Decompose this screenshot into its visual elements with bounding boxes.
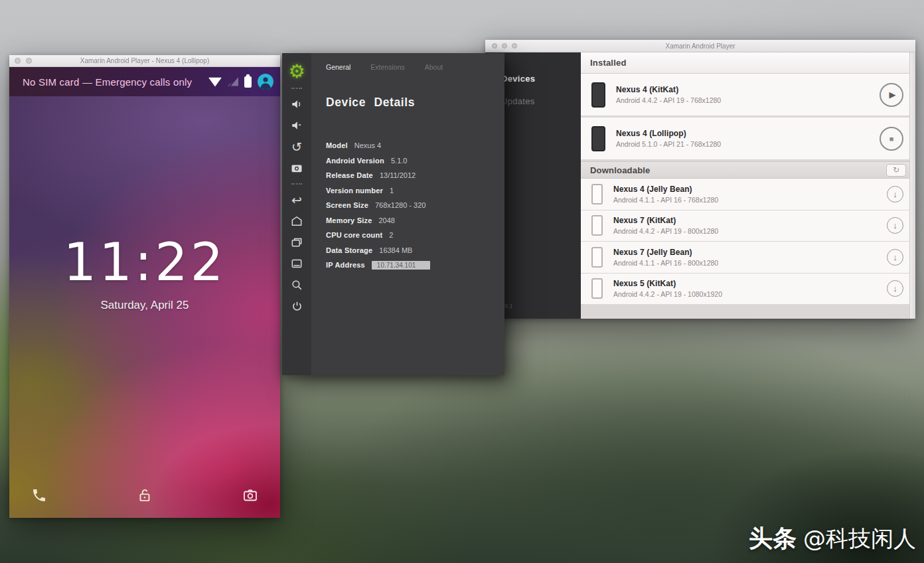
download-button[interactable]: ↓ xyxy=(887,217,903,234)
clock-time: 11:22 xyxy=(9,236,280,288)
downloadable-device-row[interactable]: Nexus 4 (Jelly Bean) Android 4.1.1 - API… xyxy=(581,179,915,210)
installed-device-row[interactable]: Nexus 4 (KitKat) Android 4.4.2 - API 19 … xyxy=(581,74,915,116)
rail-divider xyxy=(291,183,302,185)
field-label: IP Address xyxy=(326,261,365,269)
action-icon: ■ xyxy=(889,135,894,143)
unlock-icon[interactable] xyxy=(136,487,153,504)
downloadable-header-label: Downloadable xyxy=(590,165,651,175)
device-name: Nexus 4 (KitKat) xyxy=(616,85,721,94)
volume-down-button[interactable] xyxy=(288,117,305,134)
user-avatar-icon[interactable] xyxy=(258,74,273,90)
device-settings-panel: ⚙ ↺ ↩ xyxy=(282,53,504,375)
field-value: 2048 xyxy=(378,216,394,224)
detail-field-row: Model Nexus 4 xyxy=(326,138,495,153)
no-signal-icon xyxy=(228,78,238,86)
settings-tab[interactable]: General xyxy=(326,63,350,71)
field-label: Release Date xyxy=(326,171,373,179)
field-label: CPU core count xyxy=(326,231,382,239)
manager-window: Xamarin Android Player Devices Updates 0… xyxy=(485,40,915,319)
field-label: Model xyxy=(326,141,348,149)
rail-divider xyxy=(291,88,302,89)
device-action-button[interactable]: ▶ xyxy=(880,83,903,107)
detail-field-row: Version number 1 xyxy=(326,183,495,199)
emulator-window: Xamarin Android Player - Nexus 4 (Lollip… xyxy=(9,55,280,518)
desktop: Xamarin Android Player Devices Updates 0… xyxy=(0,0,924,563)
installed-section-header: Installed xyxy=(581,52,915,74)
detail-field-row: Data Storage 16384 MB xyxy=(326,243,495,258)
detail-field-row: CPU core count 2 xyxy=(326,228,495,243)
clock-date: Saturday, April 25 xyxy=(9,299,280,312)
rotate-screen-button[interactable]: ↺ xyxy=(288,138,305,155)
manager-window-title: Xamarin Android Player xyxy=(485,42,915,50)
emulator-titlebar: Xamarin Android Player - Nexus 4 (Lollip… xyxy=(9,55,280,67)
emulator-window-title: Xamarin Android Player - Nexus 4 (Lollip… xyxy=(9,57,280,64)
battery-icon xyxy=(244,76,252,88)
camera-shortcut-icon[interactable] xyxy=(242,487,259,504)
watermark-brand: 头条 xyxy=(749,523,797,555)
downloadable-device-row[interactable]: Nexus 5 (KitKat) Android 4.4.2 - API 19 … xyxy=(581,274,915,305)
field-value: Nexus 4 xyxy=(354,141,381,149)
sidebar-nav-item[interactable]: Devices xyxy=(501,74,581,84)
recent-apps-button[interactable] xyxy=(288,234,305,251)
phone-icon xyxy=(591,126,605,151)
wifi-icon xyxy=(208,77,222,87)
download-button[interactable]: ↓ xyxy=(887,186,903,202)
field-label: Version number xyxy=(326,187,383,195)
download-button[interactable]: ↓ xyxy=(887,280,903,297)
installed-device-row[interactable]: Nexus 4 (Lollipop) Android 5.1.0 - API 2… xyxy=(581,118,915,159)
downloadable-device-row[interactable]: Nexus 7 (KitKat) Android 4.4.2 - API 19 … xyxy=(581,210,915,242)
download-icon: ↓ xyxy=(893,252,897,262)
detail-field-row: Android Version 5.1.0 xyxy=(326,153,495,169)
device-action-button[interactable]: ■ xyxy=(880,127,903,151)
menu-button[interactable] xyxy=(288,255,305,272)
device-name: Nexus 5 (KitKat) xyxy=(613,279,722,288)
device-detail-fields: Model Nexus 4 Android Version 5.1.0 Rele… xyxy=(326,138,495,273)
download-icon: ↓ xyxy=(893,283,897,293)
home-button[interactable] xyxy=(288,212,305,230)
sim-status-text: No SIM card — Emergency calls only xyxy=(23,76,208,88)
android-status-bar: No SIM card — Emergency calls only xyxy=(9,67,280,96)
detail-field-row: Memory Size 2048 xyxy=(326,213,495,228)
search-button[interactable] xyxy=(288,276,305,293)
device-list: Installed Nexus 4 (KitKat) Android 4.4.2… xyxy=(581,52,915,319)
device-name: Nexus 7 (KitKat) xyxy=(613,216,718,225)
power-button[interactable] xyxy=(288,297,305,315)
android-lock-screen[interactable]: No SIM card — Emergency calls only 11:22 xyxy=(9,67,280,518)
lock-shortcuts xyxy=(9,482,280,509)
device-spec: Android 4.1.1 - API 16 - 800x1280 xyxy=(613,259,718,267)
field-label: Memory Size xyxy=(326,216,372,224)
sidebar-nav-item[interactable]: Updates xyxy=(501,96,581,106)
panel-heading: Device Details xyxy=(326,96,415,110)
phone-outline-icon xyxy=(591,184,603,204)
field-value: 1 xyxy=(390,187,394,195)
action-icon: ▶ xyxy=(889,90,896,100)
manager-titlebar: Xamarin Android Player xyxy=(485,40,915,52)
settings-tabs: General Extensions About xyxy=(326,63,504,71)
scrollbar[interactable] xyxy=(909,52,915,319)
emulator-controls-rail: ⚙ ↺ ↩ xyxy=(282,53,311,375)
refresh-button[interactable]: ↻ xyxy=(886,164,906,177)
downloadable-section-header: Downloadable ↻ xyxy=(581,161,915,179)
downloadable-device-row[interactable]: Nexus 7 (Jelly Bean) Android 4.1.1 - API… xyxy=(581,242,915,273)
settings-tab[interactable]: Extensions xyxy=(370,63,404,71)
field-label: Android Version xyxy=(326,157,384,165)
download-button[interactable]: ↓ xyxy=(887,249,903,266)
download-icon: ↓ xyxy=(893,189,897,199)
ip-address-value[interactable]: 10.71.34.101 xyxy=(372,261,430,270)
device-name: Nexus 7 (Jelly Bean) xyxy=(613,248,718,257)
phone-dialer-icon[interactable] xyxy=(31,487,48,504)
settings-tab[interactable]: About xyxy=(425,63,443,71)
field-label: Screen Size xyxy=(326,201,368,209)
field-label: Data Storage xyxy=(326,246,372,254)
screenshot-camera-button[interactable] xyxy=(288,159,305,177)
settings-content: General Extensions About Device Details … xyxy=(311,53,504,375)
back-button[interactable]: ↩ xyxy=(288,191,305,208)
detail-field-row: Release Date 13/11/2012 xyxy=(326,168,495,183)
device-spec: Android 4.1.1 - API 16 - 768x1280 xyxy=(613,196,718,204)
device-name: Nexus 4 (Jelly Bean) xyxy=(613,185,718,194)
installed-header-label: Installed xyxy=(590,58,627,68)
settings-gear-icon[interactable]: ⚙ xyxy=(288,62,305,81)
volume-up-button[interactable] xyxy=(288,96,305,113)
ip-address-row: IP Address 10.71.34.101 xyxy=(326,258,495,273)
field-value: 5.1.0 xyxy=(391,157,407,165)
